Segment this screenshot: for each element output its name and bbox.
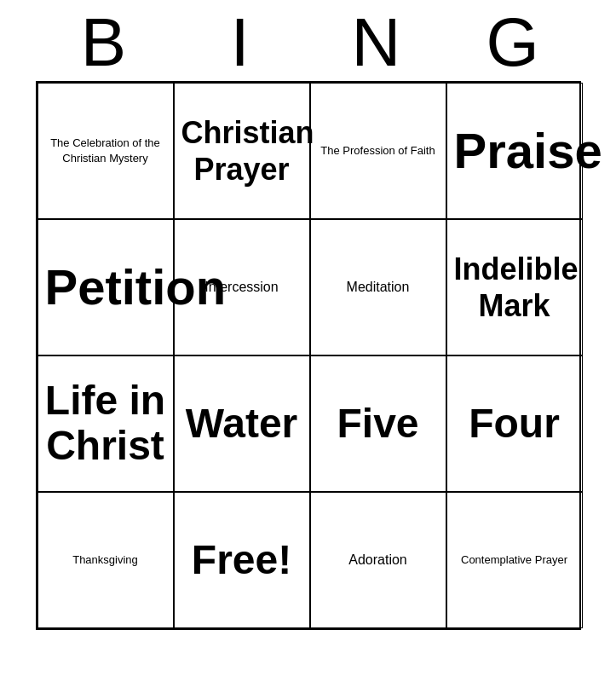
bingo-row: Petition Intercession Meditation Indelib…: [37, 219, 579, 355]
cell-n1-text: The Profession of Faith: [318, 143, 439, 159]
cell-b3: Life in Christ: [37, 355, 174, 492]
cell-b2: Petition: [37, 219, 174, 355]
cell-n4: Adoration: [310, 492, 446, 628]
cell-i1-text: Christian Prayer: [181, 114, 302, 188]
cell-i3: Water: [174, 355, 310, 492]
letter-b: B: [37, 9, 170, 77]
cell-i4: Free!: [174, 492, 310, 628]
cell-g4-text: Contemplative Prayer: [454, 552, 575, 568]
cell-b1-text: The Celebration of the Christian Mystery: [45, 136, 166, 166]
cell-i1: Christian Prayer: [174, 83, 310, 219]
cell-i2: Intercession: [174, 219, 310, 355]
cell-b3-text: Life in Christ: [45, 379, 166, 469]
bingo-grid: The Celebration of the Christian Mystery…: [36, 81, 581, 630]
cell-g1: Praise: [446, 83, 583, 219]
cell-b2-text: Petition: [45, 260, 166, 315]
cell-i2-text: Intercession: [181, 278, 302, 297]
bingo-header: B I N G: [36, 0, 581, 81]
cell-g2: Indelible Mark: [446, 219, 583, 355]
cell-n2: Meditation: [310, 219, 446, 355]
cell-b4-text: Thanksgiving: [45, 552, 166, 568]
cell-n3-text: Five: [318, 402, 439, 447]
cell-n1: The Profession of Faith: [310, 83, 446, 219]
cell-n4-text: Adoration: [318, 551, 439, 569]
letter-g: G: [446, 9, 579, 77]
cell-n3: Five: [310, 355, 446, 492]
cell-g4: Contemplative Prayer: [446, 492, 583, 628]
cell-g1-text: Praise: [454, 124, 575, 178]
cell-n2-text: Meditation: [318, 278, 439, 297]
cell-b4: Thanksgiving: [37, 492, 174, 628]
cell-g3: Four: [446, 355, 583, 492]
cell-i3-text: Water: [181, 402, 302, 447]
letter-n: N: [310, 9, 442, 77]
cell-g2-text: Indelible Mark: [454, 251, 575, 324]
letter-i: I: [174, 9, 306, 77]
bingo-row: Life in Christ Water Five Four: [37, 355, 579, 492]
cell-i4-text: Free!: [181, 538, 302, 583]
bingo-row: The Celebration of the Christian Mystery…: [37, 83, 579, 219]
bingo-row: Thanksgiving Free! Adoration Contemplati…: [37, 492, 579, 628]
cell-g3-text: Four: [454, 402, 575, 447]
cell-b1: The Celebration of the Christian Mystery: [37, 83, 174, 219]
